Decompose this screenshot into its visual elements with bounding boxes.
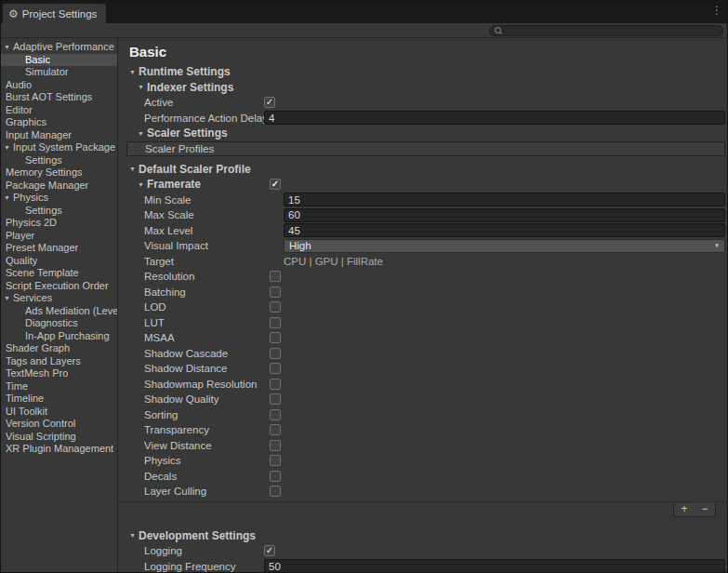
foldout-default-scaler-profile[interactable]: ▼ Default Scaler Profile	[118, 162, 727, 178]
sidebar-item-label: Input System Package	[13, 141, 115, 154]
scaler-label: Transparency	[118, 424, 270, 435]
sidebar-item-input-system-package-settings[interactable]: Settings	[1, 154, 117, 167]
performance-action-delay-input[interactable]	[264, 111, 725, 125]
sidebar-item-input-manager[interactable]: Input Manager	[1, 129, 117, 142]
logging-checkbox[interactable]: ✓	[264, 545, 275, 556]
sidebar-item-label: Services	[13, 292, 52, 305]
scaler-row: Shadowmap Resolution ✓	[118, 377, 727, 393]
batching-checkbox[interactable]: ✓	[270, 286, 281, 298]
scaler-label: View Distance	[118, 440, 270, 451]
framerate-label: Framerate	[147, 178, 270, 191]
search-box[interactable]	[489, 25, 723, 36]
sidebar-item-label: Burst AOT Settings	[6, 91, 92, 104]
sidebar-item-burst-aot-settings[interactable]: Burst AOT Settings	[1, 91, 117, 104]
foldout-framerate[interactable]: ▼ Framerate ✓	[118, 177, 727, 193]
scaler-row: Batching ✓	[118, 285, 727, 300]
search-input[interactable]	[505, 26, 719, 35]
foldout-triangle-icon: ▼	[126, 69, 139, 75]
sidebar-item-preset-manager[interactable]: Preset Manager	[1, 242, 117, 255]
layer-culling-checkbox[interactable]: ✓	[270, 486, 281, 497]
sidebar-item-label: Scene Template	[6, 267, 79, 280]
foldout-triangle-icon: ▼	[135, 181, 147, 188]
sidebar-item-ads-mediation[interactable]: Ads Mediation (Level	[1, 305, 117, 318]
foldout-indexer-settings[interactable]: ▼ Indexer Settings	[118, 80, 727, 96]
pane-menu-icon[interactable]: ⋮	[711, 5, 722, 16]
sidebar-item-shader-graph[interactable]: Shader Graph	[1, 342, 117, 355]
active-checkbox[interactable]: ✓	[264, 97, 275, 108]
foldout-triangle-icon: ▼	[126, 166, 139, 172]
sidebar-item-label: Basic	[25, 54, 50, 67]
sidebar-item-services[interactable]: ▼Services	[1, 292, 117, 305]
sidebar-item-memory-settings[interactable]: Memory Settings	[1, 167, 117, 180]
lod-checkbox[interactable]: ✓	[270, 301, 281, 313]
foldout-triangle-icon: ▼	[4, 295, 13, 301]
sidebar-item-editor[interactable]: Editor	[1, 104, 117, 117]
sidebar-item-label: Physics 2D	[6, 217, 57, 230]
lut-checkbox[interactable]: ✓	[270, 317, 281, 328]
msaa-checkbox[interactable]: ✓	[270, 332, 281, 343]
sidebar-item-timeline[interactable]: Timeline	[1, 393, 117, 406]
sidebar-item-diagnostics[interactable]: Diagnostics	[1, 317, 117, 330]
sidebar-item-script-execution-order[interactable]: Script Execution Order	[1, 280, 117, 293]
sidebar-item-in-app-purchasing[interactable]: In-App Purchasing	[1, 330, 117, 343]
visual-impact-dropdown[interactable]: High ▼	[284, 239, 725, 253]
tab-label: Project Settings	[22, 8, 98, 20]
foldout-scaler-settings[interactable]: ▼ Scaler Settings	[118, 126, 727, 141]
physics-checkbox[interactable]: ✓	[270, 455, 281, 466]
max-scale-row: Max Scale	[118, 207, 727, 223]
sidebar-item-adaptive-performance[interactable]: ▼Adaptive Performance	[1, 41, 117, 54]
sidebar-item-label: Settings	[25, 154, 62, 167]
scaler-label: Sorting	[118, 409, 270, 420]
sidebar-item-visual-scripting[interactable]: Visual Scripting	[1, 431, 117, 444]
resolution-checkbox[interactable]: ✓	[270, 271, 281, 282]
sidebar-item-physics-2d[interactable]: Physics 2D	[1, 217, 117, 230]
active-label: Active	[118, 97, 264, 108]
foldout-runtime-settings[interactable]: ▼ Runtime Settings	[118, 64, 727, 80]
sidebar-item-version-control[interactable]: Version Control	[1, 418, 117, 431]
transparency-checkbox[interactable]: ✓	[270, 424, 281, 435]
max-scale-input[interactable]	[284, 208, 725, 222]
logging-row: Logging ✓	[118, 543, 727, 559]
sidebar-item-audio[interactable]: Audio	[1, 79, 117, 92]
min-scale-input[interactable]	[284, 193, 725, 207]
sidebar-item-simulator[interactable]: Simulator	[1, 66, 117, 79]
sidebar-item-physics-settings[interactable]: Settings	[1, 205, 117, 218]
view-distance-checkbox[interactable]: ✓	[270, 440, 281, 451]
tab-project-settings[interactable]: ⚙ Project Settings	[3, 4, 106, 23]
sidebar-item-basic[interactable]: Basic	[1, 54, 117, 67]
shadow-quality-checkbox[interactable]: ✓	[270, 393, 281, 405]
min-scale-label: Min Scale	[118, 194, 284, 206]
sorting-checkbox[interactable]: ✓	[270, 409, 281, 420]
foldout-development-settings[interactable]: ▼ Development Settings	[118, 528, 727, 544]
shadow-distance-checkbox[interactable]: ✓	[270, 363, 281, 374]
sidebar-item-label: Script Execution Order	[6, 280, 109, 293]
add-scaler-button[interactable]: +	[674, 503, 695, 516]
framerate-checkbox[interactable]: ✓	[270, 179, 281, 190]
logging-frequency-input[interactable]	[264, 559, 725, 573]
scaler-profiles-header[interactable]: Scaler Profiles	[126, 141, 725, 156]
sidebar-item-input-system-package[interactable]: ▼Input System Package	[1, 141, 117, 154]
sidebar-item-graphics[interactable]: Graphics	[1, 116, 117, 129]
max-level-input[interactable]	[284, 223, 725, 237]
scaler-label: Batching	[118, 286, 270, 298]
scaler-row: Shadow Cascade ✓	[118, 346, 727, 362]
sidebar-item-physics[interactable]: ▼Physics	[1, 192, 117, 205]
sidebar-item-textmesh-pro[interactable]: TextMesh Pro	[1, 367, 117, 380]
scaler-profiles-label: Scaler Profiles	[145, 143, 214, 154]
shadow-cascade-checkbox[interactable]: ✓	[270, 348, 281, 359]
sidebar-item-time[interactable]: Time	[1, 380, 117, 393]
sidebar-item-package-manager[interactable]: Package Manager	[1, 180, 117, 193]
sidebar-item-label: Timeline	[6, 393, 44, 406]
foldout-triangle-icon: ▼	[126, 532, 139, 539]
decals-checkbox[interactable]: ✓	[270, 471, 281, 482]
sidebar-item-xr-plugin-management[interactable]: XR Plugin Management	[1, 443, 117, 456]
sidebar-item-scene-template[interactable]: Scene Template	[1, 267, 117, 280]
sidebar-item-label: In-App Purchasing	[25, 330, 110, 343]
sidebar-item-player[interactable]: Player	[1, 230, 117, 243]
sidebar-item-quality[interactable]: Quality	[1, 255, 117, 268]
sidebar-item-tags-and-layers[interactable]: Tags and Layers	[1, 355, 117, 368]
sidebar-item-label: Graphics	[6, 116, 46, 129]
shadowmap-resolution-checkbox[interactable]: ✓	[270, 379, 281, 390]
remove-scaler-button[interactable]: −	[695, 503, 715, 516]
sidebar-item-ui-toolkit[interactable]: UI Toolkit	[1, 406, 117, 419]
